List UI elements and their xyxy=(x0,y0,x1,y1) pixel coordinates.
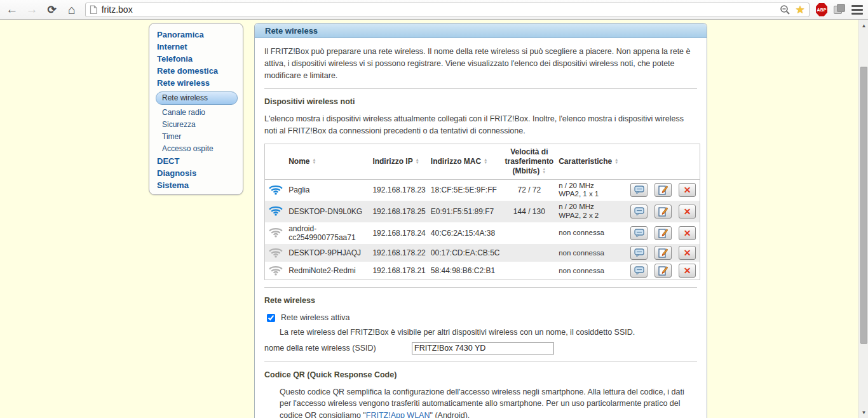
sidebar-item-rete-wireless[interactable]: Rete wireless xyxy=(156,91,238,105)
delete-button[interactable]: ✕ xyxy=(679,183,696,197)
section-divider xyxy=(264,88,697,89)
fritzapp-link[interactable]: FRITZ!App WLAN xyxy=(366,411,430,418)
wifi-connected-icon xyxy=(269,209,283,218)
edit-button[interactable] xyxy=(654,205,672,219)
col-mac[interactable]: Indirizzo MAC xyxy=(428,144,503,179)
forward-button[interactable]: → xyxy=(25,2,38,17)
browser-toolbar: ← → ⟳ ⌂ fritz.box ★ ABP xyxy=(0,0,868,20)
comment-button[interactable] xyxy=(630,226,648,240)
scrollbar-thumb[interactable] xyxy=(860,67,867,344)
qr-heading: Codice QR (Quick Response Code) xyxy=(264,369,697,381)
delete-button[interactable]: ✕ xyxy=(679,246,696,260)
sidebar-item-rete-domestica[interactable]: Rete domestica xyxy=(156,65,239,77)
table-row: DESKTOP-9PHJAQJ 192.168.178.22 00:17:CD:… xyxy=(265,244,700,262)
address-bar[interactable]: fritz.box ★ xyxy=(85,3,810,17)
table-row: android-cc2549900775aa71 192.168.178.24 … xyxy=(265,222,700,245)
page-document-icon xyxy=(90,5,97,15)
table-row: DESKTOP-DN9L0KG 192.168.178.25 E0:91:F5:… xyxy=(265,201,700,222)
table-row: Paglia 192.168.178.23 18:CF:5E:5E:9F:FF … xyxy=(265,179,700,201)
col-caratteristiche[interactable]: Caratteristiche xyxy=(556,144,628,179)
delete-button[interactable]: ✕ xyxy=(679,264,696,278)
browser-menu-icon[interactable] xyxy=(851,5,863,15)
sidebar-item-sistema[interactable]: Sistema xyxy=(156,179,239,191)
sidebar-item-timer[interactable]: Timer xyxy=(156,131,239,143)
extension-icon[interactable] xyxy=(834,3,845,16)
wifi-disconnected-icon xyxy=(269,269,283,278)
wireless-active-checkbox[interactable] xyxy=(267,314,275,322)
zoom-icon[interactable] xyxy=(780,4,790,15)
sidebar-item-accesso-ospite[interactable]: Accesso ospite xyxy=(156,143,239,155)
comment-button[interactable] xyxy=(630,246,648,260)
edit-button[interactable] xyxy=(654,264,672,278)
bookmark-star-icon[interactable]: ★ xyxy=(795,4,804,15)
back-button[interactable]: ← xyxy=(5,2,18,17)
ssid-label: nome della rete wireless (SSID) xyxy=(264,342,412,354)
col-speed[interactable]: Velocità di trasferimento (Mbit/s) xyxy=(503,144,557,179)
sort-icon xyxy=(484,158,487,165)
col-ip[interactable]: Indirizzo IP xyxy=(370,144,428,179)
comment-button[interactable] xyxy=(630,264,648,278)
sort-icon xyxy=(614,158,618,165)
sidebar-item-dect[interactable]: DECT xyxy=(156,155,239,167)
sidebar-item-internet[interactable]: Internet xyxy=(156,41,239,53)
sort-icon xyxy=(313,158,316,165)
devices-description: L'elenco mostra i dispositivi wireless a… xyxy=(264,113,697,137)
delete-button[interactable]: ✕ xyxy=(679,226,696,240)
devices-table: Nome Indirizzo IP Indirizzo MAC Velocità… xyxy=(264,144,700,281)
url-text[interactable]: fritz.box xyxy=(102,4,776,15)
page-viewport: PanoramicaInternetTelefoniaRete domestic… xyxy=(0,20,868,418)
sidebar-item-canale-radio[interactable]: Canale radio xyxy=(156,107,239,119)
edit-button[interactable] xyxy=(654,246,672,260)
col-nome[interactable]: Nome xyxy=(286,144,370,179)
qr-description: Questo codice QR semplifica la configura… xyxy=(280,386,697,418)
table-row: RedmiNote2-Redmi 192.168.178.21 58:44:98… xyxy=(265,262,700,280)
edit-button[interactable] xyxy=(654,183,672,197)
main-panel: Rete wireless Il FRITZ!Box può preparare… xyxy=(254,23,707,418)
ssid-input[interactable] xyxy=(412,342,554,354)
sidebar-item-diagnosis[interactable]: Diagnosis xyxy=(156,167,239,179)
sidebar-item-sicurezza[interactable]: Sicurezza xyxy=(156,119,239,131)
sidebar-item-telefonia[interactable]: Telefonia xyxy=(156,53,239,65)
section-divider xyxy=(264,361,697,362)
sidebar-nav: PanoramicaInternetTelefoniaRete domestic… xyxy=(149,23,243,195)
wifi-disconnected-icon xyxy=(269,231,283,239)
wireless-description: La rete wireless del FRITZ!Box è visibil… xyxy=(280,327,697,339)
wireless-active-label: Rete wireless attiva xyxy=(281,312,349,324)
comment-button[interactable] xyxy=(630,183,648,197)
sort-icon xyxy=(542,168,546,174)
delete-button[interactable]: ✕ xyxy=(679,205,696,219)
sidebar-item-panoramica[interactable]: Panoramica xyxy=(156,29,239,41)
reload-button[interactable]: ⟳ xyxy=(45,2,58,17)
scroll-up-icon[interactable]: ▲ xyxy=(859,21,868,30)
scrollbar[interactable]: ▲ ▼ xyxy=(858,20,868,418)
comment-button[interactable] xyxy=(630,205,648,219)
devices-heading: Dispositivi wireless noti xyxy=(264,96,697,108)
sidebar-item-rete-wireless[interactable]: Rete wireless xyxy=(156,77,239,89)
adblock-icon[interactable]: ABP xyxy=(816,3,828,17)
sort-icon xyxy=(416,158,419,165)
home-button[interactable]: ⌂ xyxy=(65,2,78,17)
page-title: Rete wireless xyxy=(255,24,707,38)
table-header-row: Nome Indirizzo IP Indirizzo MAC Velocità… xyxy=(265,144,700,179)
section-divider xyxy=(264,287,697,288)
scroll-down-icon[interactable]: ▼ xyxy=(859,408,868,417)
wireless-heading: Rete wireless xyxy=(264,295,697,307)
intro-text: Il FRITZ!Box può preparare una rete wire… xyxy=(264,46,697,81)
edit-button[interactable] xyxy=(654,226,672,240)
wifi-connected-icon xyxy=(269,188,283,197)
wifi-disconnected-icon xyxy=(269,251,283,260)
